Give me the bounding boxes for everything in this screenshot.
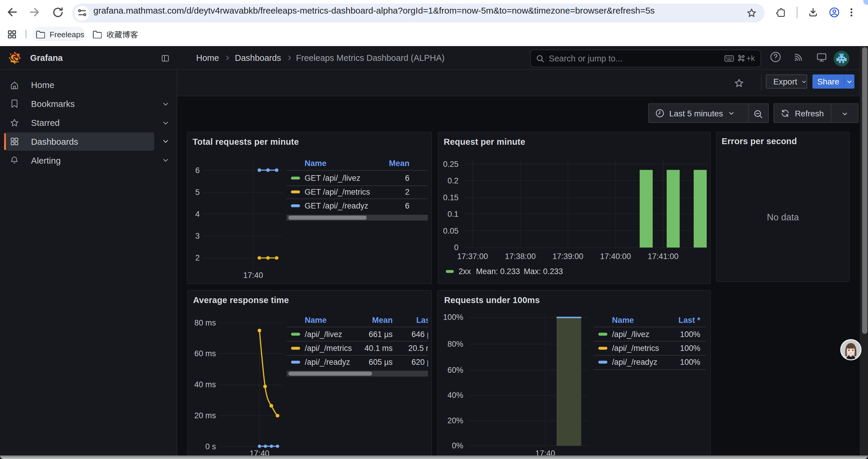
svg-text:/api/_/livez: /api/_/livez: [305, 330, 342, 339]
svg-text:Name: Name: [305, 159, 327, 168]
svg-text:Mean: 0.233: Mean: 0.233: [476, 267, 520, 276]
svg-text:646 µs: 646 µs: [411, 330, 432, 339]
svg-text:0.1: 0.1: [447, 210, 459, 219]
svg-text:5: 5: [195, 188, 200, 197]
svg-text:0.25: 0.25: [443, 160, 459, 169]
svg-text:40 ms: 40 ms: [194, 380, 216, 389]
svg-text:661 µs: 661 µs: [369, 330, 393, 339]
svg-text:620 µs: 620 µs: [411, 358, 432, 366]
svg-text:/api/_/readyz: /api/_/readyz: [305, 358, 350, 366]
svg-text:/api/_/metrics: /api/_/metrics: [612, 344, 659, 353]
svg-text:0%: 0%: [452, 441, 464, 450]
svg-text:0.2: 0.2: [447, 176, 459, 185]
svg-text:100%: 100%: [680, 330, 701, 339]
svg-text:0.15: 0.15: [443, 193, 459, 202]
svg-text:40%: 40%: [447, 391, 464, 400]
svg-text:0: 0: [454, 243, 459, 252]
svg-text:2: 2: [405, 188, 409, 196]
svg-text:/api/_/metrics: /api/_/metrics: [305, 344, 351, 353]
svg-text:Mean: Mean: [372, 316, 393, 325]
svg-text:2: 2: [195, 254, 200, 262]
svg-text:20 ms: 20 ms: [194, 411, 216, 420]
svg-text:17:39:00: 17:39:00: [553, 252, 583, 261]
svg-text:/api/_/livez: /api/_/livez: [612, 330, 650, 339]
svg-text:60%: 60%: [447, 366, 464, 374]
svg-text:100%: 100%: [680, 344, 701, 353]
svg-text:605 µs: 605 µs: [369, 358, 393, 366]
svg-text:0 s: 0 s: [205, 442, 216, 451]
svg-text:GET /api/_/metrics: GET /api/_/metrics: [305, 188, 370, 196]
svg-text:100%: 100%: [680, 358, 701, 366]
svg-text:17:40:00: 17:40:00: [600, 252, 631, 261]
svg-text:6: 6: [195, 166, 200, 175]
svg-text:6: 6: [405, 201, 409, 210]
svg-text:2xx: 2xx: [459, 267, 471, 276]
svg-text:3: 3: [195, 232, 200, 240]
svg-text:Max: 0.233: Max: 0.233: [524, 267, 563, 276]
svg-text:Name: Name: [305, 316, 327, 325]
svg-text:80 ms: 80 ms: [194, 319, 216, 327]
svg-text:40.1 ms: 40.1 ms: [364, 344, 392, 353]
svg-text:20.5 ms: 20.5 ms: [408, 344, 432, 353]
svg-text:20%: 20%: [447, 416, 464, 425]
svg-text:6: 6: [405, 174, 409, 183]
svg-text:100%: 100%: [443, 313, 464, 322]
svg-text:17:37:00: 17:37:00: [457, 252, 488, 261]
svg-text:GET /api/_/livez: GET /api/_/livez: [305, 174, 361, 183]
svg-text:17:41:00: 17:41:00: [648, 252, 678, 261]
svg-text:0.05: 0.05: [443, 227, 459, 235]
svg-text:17:38:00: 17:38:00: [505, 252, 536, 261]
svg-text:Last *: Last *: [416, 316, 432, 325]
svg-text:80%: 80%: [447, 340, 464, 349]
svg-text:Mean: Mean: [389, 159, 410, 168]
svg-text:/api/_/readyz: /api/_/readyz: [612, 358, 657, 366]
svg-text:GET /api/_/readyz: GET /api/_/readyz: [305, 201, 368, 210]
svg-text:4: 4: [195, 210, 200, 219]
svg-text:60 ms: 60 ms: [194, 349, 216, 358]
svg-text:17:40: 17:40: [243, 271, 263, 280]
svg-text:Name: Name: [612, 316, 634, 325]
svg-text:Last *: Last *: [679, 316, 701, 325]
